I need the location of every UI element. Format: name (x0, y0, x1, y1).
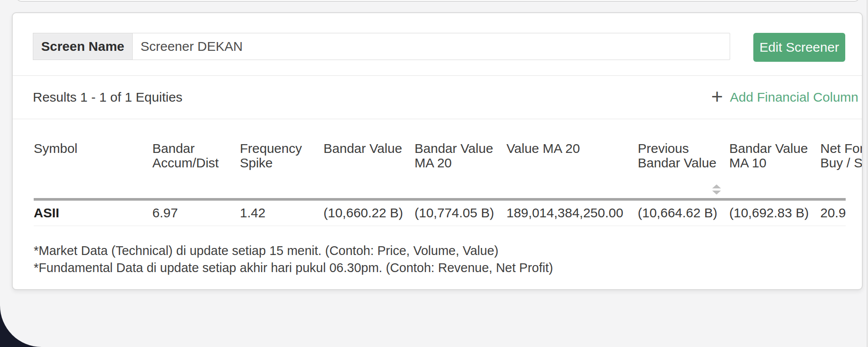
screener-card: Screen Name Edit Screener Results 1 - 1 … (12, 12, 863, 290)
cell-value-ma-20: 189,014,384,250.00 (506, 205, 638, 220)
column-header-bandar-value[interactable]: Bandar Value (323, 141, 415, 156)
plus-icon: + (711, 86, 723, 106)
cell-frequency-spike: 1.42 (240, 205, 323, 220)
caret-down-icon (712, 191, 721, 195)
results-summary: Results 1 - 1 of 1 Equities (33, 90, 183, 105)
results-table: Symbol Bandar Accum/Dist Frequency Spike… (13, 119, 862, 226)
screen-name-section: Screen Name Edit Screener (13, 13, 862, 76)
screen-name-input[interactable] (132, 33, 730, 60)
caret-up-icon (712, 184, 721, 188)
add-financial-column-link[interactable]: + Add Financial Column (711, 88, 858, 106)
screen-name-label: Screen Name (33, 33, 133, 60)
results-bar: Results 1 - 1 of 1 Equities + Add Financ… (13, 76, 862, 119)
column-header-net-foreign-buy-sell[interactable]: Net Foreign Buy / Sell (820, 141, 862, 170)
screen-name-row: Screen Name Edit Screener (33, 33, 845, 62)
column-header-symbol[interactable]: Symbol (34, 141, 152, 156)
cell-bandar-accum-dist: 6.97 (152, 205, 240, 220)
column-header-value-ma-20[interactable]: Value MA 20 (506, 141, 638, 156)
column-header-frequency-spike[interactable]: Frequency Spike (240, 141, 323, 170)
right-edge-divider (867, 0, 868, 347)
cell-net-foreign-buy-sell: 20.9 (820, 205, 862, 220)
column-header-previous-bandar-value[interactable]: Previous Bandar Value (638, 141, 729, 170)
cell-previous-bandar-value: (10,664.62 B) (638, 205, 729, 220)
cell-symbol: ASII (34, 205, 152, 220)
column-header-bandar-value-ma-10[interactable]: Bandar Value MA 10 (729, 141, 820, 170)
footnote-fundamental-data: *Fundamental Data di update setiap akhir… (34, 259, 862, 276)
add-financial-column-label: Add Financial Column (730, 90, 858, 105)
column-header-bandar-value-ma-20[interactable]: Bandar Value MA 20 (415, 141, 506, 170)
edit-screener-button[interactable]: Edit Screener (753, 33, 845, 62)
footnote-market-data: *Market Data (Technical) di update setia… (34, 242, 862, 259)
top-panel-remnant (17, 0, 859, 2)
content-panel: Screen Name Edit Screener Results 1 - 1 … (0, 0, 868, 347)
table-row[interactable]: ASII 6.97 1.42 (10,660.22 B) (10,774.05 … (34, 201, 846, 226)
footnotes: *Market Data (Technical) di update setia… (34, 242, 862, 276)
table-header-row: Symbol Bandar Accum/Dist Frequency Spike… (34, 119, 846, 201)
dark-page-background: Screen Name Edit Screener Results 1 - 1 … (0, 0, 868, 347)
column-header-bandar-accum-dist[interactable]: Bandar Accum/Dist (152, 141, 240, 170)
cell-bandar-value-ma-20: (10,774.05 B) (415, 205, 506, 220)
sort-icon[interactable] (712, 184, 721, 195)
cell-bandar-value-ma-10: (10,692.83 B) (729, 205, 820, 220)
cell-bandar-value: (10,660.22 B) (323, 205, 415, 220)
